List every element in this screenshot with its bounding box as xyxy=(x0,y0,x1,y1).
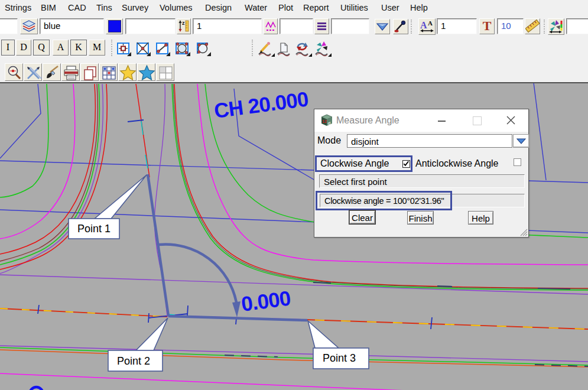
svg-text:Point 2: Point 2 xyxy=(117,355,150,367)
svg-text:0.000: 0.000 xyxy=(240,286,292,316)
svg-text:Point 3: Point 3 xyxy=(323,352,356,364)
svg-text:A: A xyxy=(428,20,433,27)
svg-text:Point 1: Point 1 xyxy=(77,223,111,235)
svg-text:A: A xyxy=(420,20,427,30)
svg-text:z: z xyxy=(182,20,185,26)
svg-text:d: d xyxy=(328,121,331,126)
svg-text:CH 20.000: CH 20.000 xyxy=(213,87,310,122)
svg-text:12: 12 xyxy=(322,119,327,124)
